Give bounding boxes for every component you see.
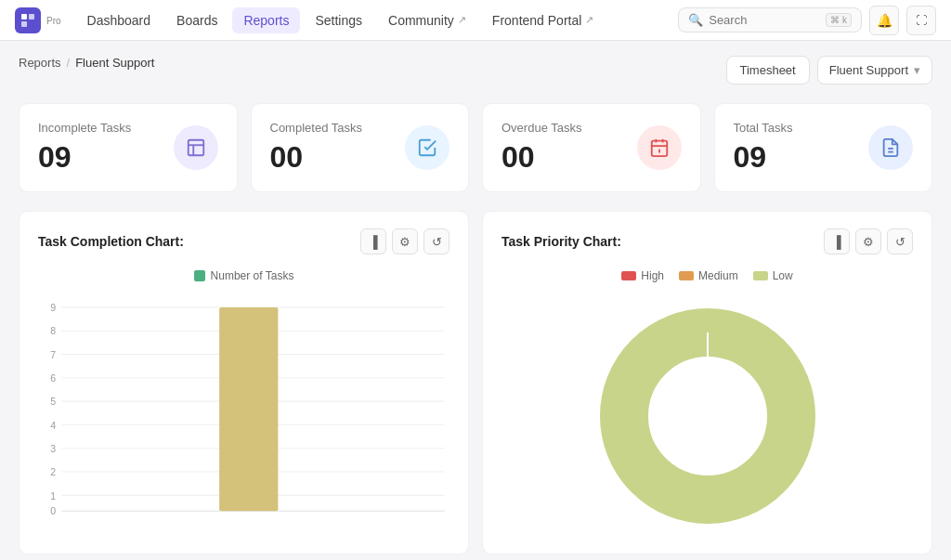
page-content: Reports / Fluent Support Timesheet Fluen…	[0, 41, 951, 560]
bar-chart-container: Number of Tasks 9 8 7 6 5 4 3 2 1 0	[38, 269, 449, 520]
stat-icon-completed	[405, 125, 449, 170]
expand-icon: ⛶	[916, 14, 927, 27]
chevron-down-icon: ▾	[914, 63, 920, 77]
logo-icon	[15, 7, 41, 33]
priority-chart-actions: ▐ ⚙ ↺	[824, 228, 913, 254]
svg-rect-3	[188, 140, 203, 156]
stat-label-overdue: Overdue Tasks	[502, 121, 581, 135]
breadcrumb-current: Fluent Support	[75, 56, 154, 70]
external-link-icon: ↗	[458, 14, 466, 26]
legend-high: High	[621, 269, 664, 282]
svg-text:Completed: Completed	[112, 515, 160, 517]
svg-text:3: 3	[50, 443, 56, 454]
nav-links: Dashboard Boards Reports Settings Commun…	[76, 7, 679, 33]
legend-low-color	[753, 271, 768, 280]
donut-chart-svg	[587, 295, 828, 537]
header-controls: Timesheet Fluent Support ▾	[726, 56, 933, 85]
nav-reports[interactable]: Reports	[232, 7, 300, 33]
stat-label-incomplete: Incomplete Tasks	[38, 121, 131, 135]
notification-button[interactable]: 🔔	[869, 6, 899, 35]
stat-value-completed: 00	[270, 140, 362, 175]
stat-label-total: Total Tasks	[734, 121, 793, 135]
bell-icon: 🔔	[877, 13, 892, 28]
legend-high-color	[621, 271, 636, 280]
svg-text:5: 5	[50, 396, 56, 407]
search-bar[interactable]: 🔍 ⌘ k	[678, 7, 862, 33]
stat-icon-total	[868, 125, 913, 170]
priority-refresh-button[interactable]: ↺	[887, 228, 913, 254]
legend-medium-color	[679, 271, 694, 280]
legend-low: Low	[753, 269, 793, 282]
legend-label: Number of Tasks	[211, 269, 294, 282]
nav-community[interactable]: Community ↗	[377, 7, 477, 33]
nav-boards[interactable]: Boards	[165, 7, 228, 33]
svg-rect-6	[651, 141, 667, 157]
stat-icon-incomplete	[174, 125, 218, 170]
external-link-icon-2: ↗	[585, 14, 593, 26]
bar-chart-icon-2: ▐	[832, 235, 840, 249]
bar-chart-svg: 9 8 7 6 5 4 3 2 1 0	[38, 292, 449, 517]
svg-text:9: 9	[50, 302, 56, 313]
nav-dashboard[interactable]: Dashboard	[76, 7, 163, 33]
nav-settings[interactable]: Settings	[304, 7, 373, 33]
nav-right: 🔍 ⌘ k 🔔 ⛶	[678, 6, 936, 35]
navbar: Pro Dashboard Boards Reports Settings Co…	[0, 0, 951, 41]
stat-value-incomplete: 09	[38, 140, 131, 175]
completion-refresh-button[interactable]: ↺	[423, 228, 449, 254]
stat-info-total: Total Tasks 09	[734, 121, 793, 175]
priority-bar-icon-button[interactable]: ▐	[824, 228, 850, 254]
bar-chart-icon-button[interactable]: ▐	[360, 228, 386, 254]
stat-value-total: 09	[734, 140, 793, 175]
expand-button[interactable]: ⛶	[906, 6, 936, 35]
donut-container	[502, 295, 913, 537]
fluent-support-select[interactable]: Fluent Support ▾	[817, 56, 932, 85]
svg-text:0: 0	[50, 505, 56, 516]
stat-label-completed: Completed Tasks	[270, 121, 362, 135]
breadcrumb-separator: /	[67, 56, 71, 70]
completion-gear-button[interactable]: ⚙	[392, 228, 418, 254]
gear-icon: ⚙	[399, 235, 410, 249]
svg-text:1: 1	[50, 490, 56, 501]
nav-frontend-portal[interactable]: Frontend Portal ↗	[481, 7, 606, 33]
stat-info-overdue: Overdue Tasks 00	[502, 121, 581, 175]
priority-chart-header: Task Priority Chart: ▐ ⚙ ↺	[502, 228, 913, 254]
breadcrumb-parent[interactable]: Reports	[19, 56, 61, 70]
svg-text:8: 8	[50, 325, 56, 336]
stat-card-completed: Completed Tasks 00	[251, 103, 470, 192]
svg-text:Incomplete: Incomplete	[225, 515, 273, 517]
svg-text:2: 2	[50, 466, 56, 477]
stat-value-overdue: 00	[502, 140, 581, 175]
stat-info-incomplete: Incomplete Tasks 09	[38, 121, 131, 175]
donut-legend: High Medium Low	[502, 269, 913, 282]
stats-grid: Incomplete Tasks 09 Completed Tasks 00	[19, 103, 932, 192]
legend-medium-label: Medium	[698, 269, 738, 282]
svg-text:7: 7	[50, 349, 56, 360]
legend-high-label: High	[641, 269, 664, 282]
stat-card-total: Total Tasks 09	[714, 103, 933, 192]
charts-row: Task Completion Chart: ▐ ⚙ ↺ Number	[19, 211, 932, 554]
stat-icon-overdue	[637, 125, 682, 170]
refresh-icon-2: ↺	[895, 235, 905, 249]
pro-badge: Pro	[46, 16, 61, 26]
bar-legend: Number of Tasks	[38, 269, 449, 282]
svg-rect-2	[21, 21, 27, 27]
priority-chart-title: Task Priority Chart:	[502, 234, 621, 249]
refresh-icon: ↺	[432, 235, 442, 249]
search-shortcut: ⌘ k	[826, 13, 852, 27]
gear-icon-2: ⚙	[863, 235, 874, 249]
fluent-support-label: Fluent Support	[829, 63, 908, 77]
svg-rect-0	[21, 14, 27, 20]
timesheet-button[interactable]: Timesheet	[726, 56, 810, 85]
search-input[interactable]	[709, 13, 820, 27]
brand-logo[interactable]: Pro	[15, 7, 61, 33]
task-completion-chart-card: Task Completion Chart: ▐ ⚙ ↺ Number	[19, 211, 469, 554]
priority-gear-button[interactable]: ⚙	[855, 228, 881, 254]
completion-chart-actions: ▐ ⚙ ↺	[360, 228, 449, 254]
completion-chart-header: Task Completion Chart: ▐ ⚙ ↺	[38, 228, 449, 254]
page-header: Reports / Fluent Support Timesheet Fluen…	[19, 56, 932, 85]
task-priority-chart-card: Task Priority Chart: ▐ ⚙ ↺ High	[482, 211, 932, 554]
search-icon: 🔍	[688, 13, 703, 27]
stat-card-overdue: Overdue Tasks 00	[482, 103, 701, 192]
stat-card-incomplete: Incomplete Tasks 09	[19, 103, 238, 192]
svg-text:4: 4	[50, 420, 56, 431]
